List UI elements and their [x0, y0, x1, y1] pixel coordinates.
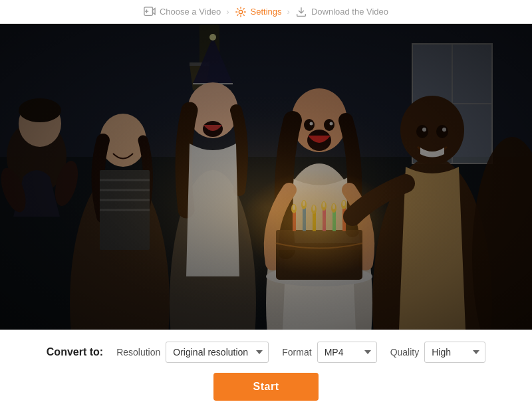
svg-point-3: [239, 10, 242, 13]
step-choose[interactable]: Choose a Video: [144, 6, 221, 18]
format-label: Format: [282, 347, 311, 358]
arrow-2: ›: [287, 7, 290, 17]
quality-label: Quality: [390, 347, 420, 358]
resolution-label: Resolution: [116, 347, 160, 358]
quality-select[interactable]: High Medium Low: [424, 342, 485, 363]
step-settings[interactable]: Settings: [235, 6, 282, 18]
step-choose-label: Choose a Video: [160, 7, 221, 17]
download-icon: [295, 6, 307, 18]
birthday-scene-svg: [0, 24, 532, 330]
start-row: Start: [213, 373, 319, 401]
convert-row: Convert to: Resolution Original resoluti…: [13, 342, 519, 363]
video-preview: [0, 24, 532, 330]
arrow-1: ›: [226, 7, 229, 17]
step-settings-label: Settings: [251, 7, 282, 17]
start-button[interactable]: Start: [213, 373, 319, 401]
settings-icon: [235, 6, 247, 18]
convert-label: Convert to:: [47, 346, 103, 358]
controls-bar: Convert to: Resolution Original resoluti…: [0, 330, 532, 412]
resolution-group: Resolution Original resolution 1080p 720…: [116, 342, 269, 363]
svg-rect-69: [0, 24, 532, 330]
step-download[interactable]: Download the Video: [295, 6, 388, 18]
format-select[interactable]: MP4 AVI MKV MOV WMV: [317, 342, 377, 363]
format-group: Format MP4 AVI MKV MOV WMV: [282, 342, 376, 363]
step-download-label: Download the Video: [311, 7, 388, 17]
resolution-select[interactable]: Original resolution 1080p 720p 480p 360p: [166, 342, 269, 363]
quality-group: Quality High Medium Low: [390, 342, 486, 363]
steps-bar: Choose a Video › Settings › Download the…: [0, 0, 532, 24]
video-icon: [144, 6, 156, 18]
